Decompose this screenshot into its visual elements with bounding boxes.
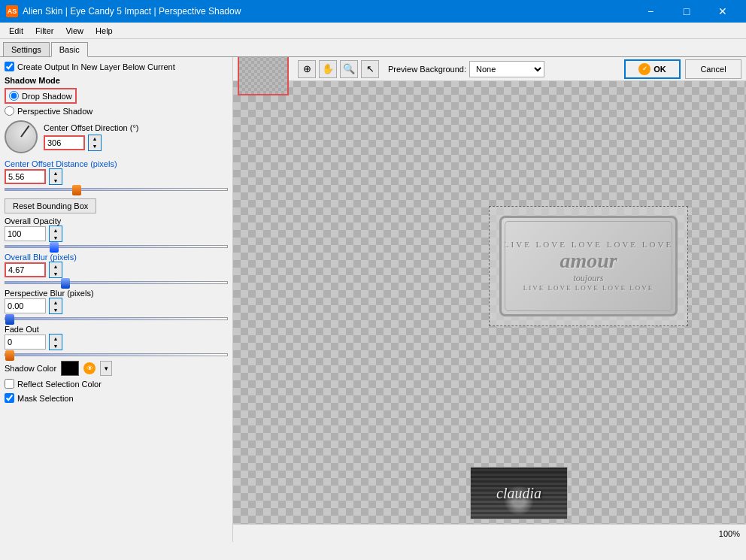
drop-shadow-option[interactable]: Drop Shadow	[5, 88, 77, 104]
frame-decoration: LIVE LOVE LOVE LOVE LOVE amour toujours …	[499, 216, 678, 316]
minimize-button[interactable]: −	[633, 0, 668, 23]
create-output-row[interactable]: Create Output In New Layer Below Current	[5, 62, 228, 71]
menu-view[interactable]: View	[59, 25, 89, 37]
perspective-blur-row[interactable]: ▲ ▼	[5, 298, 228, 314]
window-title: Alien Skin | Eye Candy 5 Impact | Perspe…	[23, 6, 241, 17]
overall-blur-label: Overall Blur (pixels)	[5, 253, 228, 262]
menu-help[interactable]: Help	[89, 25, 119, 37]
fade-out-up[interactable]: ▲	[50, 334, 62, 342]
overall-opacity-input[interactable]	[5, 226, 46, 241]
shadow-color-label: Shadow Color	[5, 364, 56, 373]
reflect-selection-row[interactable]: Reflect Selection Color	[5, 379, 228, 389]
center-distance-slider-track	[5, 188, 228, 191]
create-output-checkbox[interactable]	[5, 62, 14, 71]
center-distance-down[interactable]: ▼	[50, 177, 62, 184]
shadow-color-swatch[interactable]	[61, 361, 79, 376]
direction-spinners[interactable]: ▲ ▼	[88, 135, 102, 151]
shadow-color-eyedropper-icon[interactable]: 👁	[83, 362, 96, 374]
maximize-button[interactable]: □	[669, 0, 704, 23]
perspective-blur-slider-thumb[interactable]	[5, 314, 14, 325]
shadow-mode-group: Drop Shadow Perspective Shadow	[5, 88, 228, 116]
direction-down-btn[interactable]: ▼	[89, 143, 101, 150]
close-button[interactable]: ✕	[705, 0, 740, 23]
ok-icon: ✓	[638, 63, 650, 75]
fade-out-label: Fade Out	[5, 325, 228, 334]
shadow-color-dropdown-btn[interactable]: ▼	[100, 361, 112, 376]
direction-input-row[interactable]: ▲ ▼	[44, 135, 138, 151]
center-distance-row[interactable]: ▲ ▼	[5, 168, 228, 185]
overall-blur-down[interactable]: ▼	[50, 270, 62, 277]
fade-out-row[interactable]: ▲ ▼	[5, 334, 228, 350]
perspective-blur-input[interactable]	[5, 298, 46, 313]
fade-out-slider-track	[5, 353, 228, 356]
fade-out-down[interactable]: ▼	[50, 342, 62, 350]
center-distance-label: Center Offset Distance (pixels)	[5, 159, 228, 168]
direction-input[interactable]	[44, 135, 85, 150]
perspective-blur-up[interactable]: ▲	[50, 298, 62, 306]
center-distance-input[interactable]	[5, 169, 46, 184]
direction-wheel[interactable]	[5, 120, 38, 153]
pan-btn[interactable]: ✋	[319, 60, 337, 78]
window-controls[interactable]: − □ ✕	[633, 0, 740, 23]
direction-section: Center Offset Direction (°) ▲ ▼	[5, 120, 228, 153]
right-panel: ⊕ ✋ 🔍 ↖ Preview Background: None White B…	[233, 57, 746, 542]
overall-opacity-row[interactable]: ▲ ▼	[5, 226, 228, 242]
preview-bg-label: Preview Background:	[388, 65, 466, 74]
overall-opacity-down[interactable]: ▼	[50, 234, 62, 241]
direction-controls: Center Offset Direction (°) ▲ ▼	[44, 123, 138, 151]
overall-blur-slider-track	[5, 281, 228, 284]
overall-blur-input[interactable]	[5, 262, 46, 277]
select-btn[interactable]: ↖	[361, 60, 379, 78]
fade-out-slider-thumb[interactable]	[5, 350, 14, 361]
create-output-label: Create Output In New Layer Below Current	[17, 62, 175, 71]
menu-bar: Edit Filter View Help	[0, 23, 746, 39]
shadow-color-row: Shadow Color 👁 ▼	[5, 361, 228, 376]
overall-opacity-up[interactable]: ▲	[50, 226, 62, 234]
reset-bounding-box-button[interactable]: Reset Bounding Box	[5, 198, 96, 213]
zoom-level: 100%	[719, 529, 740, 538]
zoom-in-btn[interactable]: 🔍	[340, 60, 358, 78]
overall-blur-spinners[interactable]: ▲ ▼	[49, 262, 62, 278]
fade-out-spinners[interactable]: ▲ ▼	[49, 334, 62, 350]
cancel-button[interactable]: Cancel	[685, 59, 741, 79]
perspective-shadow-row[interactable]: Perspective Shadow	[5, 106, 228, 116]
bottom-bar: 100%	[233, 524, 746, 542]
overall-opacity-slider-track	[5, 245, 228, 248]
thumbnail-image: claudia	[471, 468, 567, 519]
overall-opacity-label: Overall Opacity	[5, 216, 228, 226]
mask-selection-checkbox[interactable]	[5, 393, 14, 403]
overall-blur-up[interactable]: ▲	[50, 262, 62, 270]
overall-opacity-slider-thumb[interactable]	[50, 242, 59, 253]
tab-basic[interactable]: Basic	[51, 42, 88, 57]
perspective-shadow-radio[interactable]	[5, 106, 14, 116]
ok-button[interactable]: ✓ OK	[624, 59, 681, 79]
perspective-blur-slider-track	[5, 317, 228, 320]
drop-shadow-row[interactable]: Drop Shadow	[5, 88, 228, 104]
tab-bar: Settings Basic	[0, 39, 746, 57]
frame-sub-text: toujours	[573, 273, 603, 284]
zoom-to-fit-btn[interactable]: ⊕	[298, 60, 316, 78]
reflect-selection-checkbox[interactable]	[5, 379, 14, 389]
fade-out-input[interactable]	[5, 334, 46, 350]
frame-main-text: amour	[560, 249, 617, 273]
preview-toolbar: ⊕ ✋ 🔍 ↖ Preview Background: None White B…	[233, 57, 746, 81]
direction-up-btn[interactable]: ▲	[89, 135, 101, 143]
menu-filter[interactable]: Filter	[29, 25, 59, 37]
menu-edit[interactable]: Edit	[3, 25, 29, 37]
tab-settings[interactable]: Settings	[3, 42, 50, 56]
center-distance-spinners[interactable]: ▲ ▼	[49, 168, 62, 185]
thumbnail-preview	[238, 57, 289, 95]
center-distance-up[interactable]: ▲	[50, 169, 62, 177]
drop-shadow-radio[interactable]	[9, 91, 19, 101]
center-direction-label: Center Offset Direction (°)	[44, 123, 138, 132]
overall-opacity-spinners[interactable]: ▲ ▼	[49, 226, 62, 242]
perspective-blur-down[interactable]: ▼	[50, 306, 62, 313]
mask-selection-row[interactable]: Mask Selection	[5, 393, 228, 403]
overall-blur-row[interactable]: ▲ ▼	[5, 262, 228, 278]
center-distance-slider-thumb[interactable]	[72, 185, 81, 195]
overall-blur-slider-thumb[interactable]	[61, 278, 70, 289]
preview-bg-select[interactable]: None White Black 50% Gray	[469, 61, 544, 77]
thumbnail-bottom: claudia	[470, 467, 568, 519]
preview-image-area: LIVE LOVE LOVE LOVE LOVE amour toujours …	[233, 86, 746, 542]
perspective-blur-spinners[interactable]: ▲ ▼	[49, 298, 62, 314]
